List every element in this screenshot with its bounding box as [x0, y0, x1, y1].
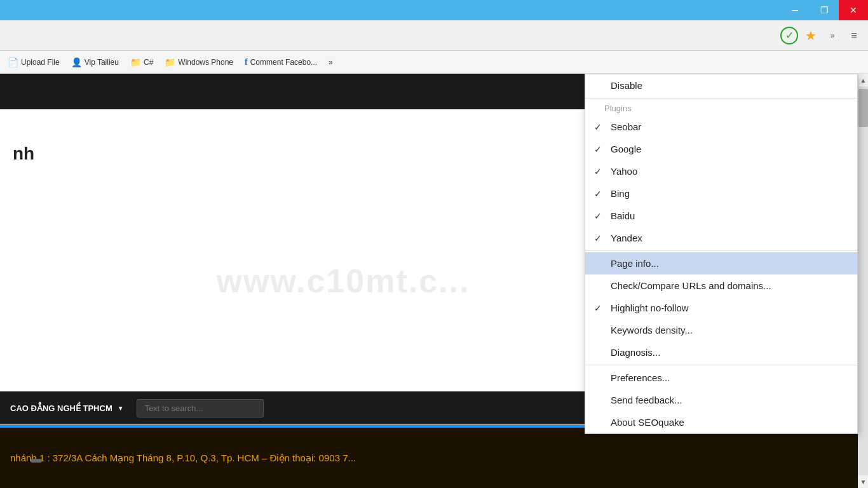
csharp-icon: 📁 — [130, 57, 141, 67]
menu-label-keywords-density: Keywords density... — [611, 325, 693, 336]
extensions-chevron-icon[interactable]: » — [824, 27, 841, 44]
star-icon[interactable]: ★ — [802, 27, 820, 44]
check-yahoo: ✓ — [594, 166, 604, 177]
check-seobar: ✓ — [594, 122, 604, 132]
menu-item-baidu[interactable]: ✓ Baidu — [585, 205, 857, 227]
bookmark-csharp-label: C# — [144, 58, 153, 67]
check-google: ✓ — [594, 144, 604, 154]
menu-label-highlight-nofollow: Highlight no-follow — [611, 302, 689, 313]
context-menu: Disable Plugins ✓ Seobar ✓ Google ✓ Yaho… — [585, 74, 858, 434]
ticker-text: nhánh 1 : 372/3A Cách Mạng Tháng 8, P.10… — [10, 452, 356, 464]
menu-label-yahoo: Yahoo — [611, 166, 637, 177]
menu-label-disable: Disable — [611, 80, 642, 91]
titlebar: ─ ❐ ✕ — [0, 0, 868, 20]
bookmark-upload-file-label: Upload File — [21, 58, 60, 67]
verified-icon: ✓ — [780, 27, 798, 44]
menu-label-preferences: Preferences... — [611, 372, 670, 383]
menu-separator-3 — [585, 365, 857, 365]
menu-label-about-seoquake: About SEOquake — [611, 417, 684, 428]
bookmarks-chevron-icon: » — [329, 58, 333, 67]
bookmark-csharp[interactable]: 📁 C# — [125, 55, 158, 70]
menu-item-about-seoquake[interactable]: About SEOquake — [585, 411, 857, 433]
left-label: nh — [13, 144, 34, 164]
bookmark-comment-facebook-label: Comment Facebo... — [250, 58, 317, 67]
site-watermark: www.c10mt.c... — [217, 262, 470, 300]
upload-file-icon: 📄 — [8, 57, 18, 67]
menu-item-check-compare[interactable]: Check/Compare URLs and domains... — [585, 274, 857, 297]
scroll-track[interactable] — [858, 86, 868, 475]
menu-item-google[interactable]: ✓ Google — [585, 138, 857, 160]
menu-separator-1 — [585, 98, 857, 98]
menu-item-disable[interactable]: Disable — [585, 74, 857, 97]
search-input[interactable] — [137, 399, 264, 417]
menu-label-send-feedback: Send feedback... — [611, 395, 682, 405]
menu-label-diagnosis: Diagnosis... — [611, 347, 660, 358]
menu-label-bing: Bing — [611, 188, 630, 199]
menu-item-highlight-nofollow[interactable]: ✓ Highlight no-follow — [585, 297, 857, 319]
browser-chrome: ✓ ★ » ≡ — [0, 20, 868, 51]
menu-section-plugins: Plugins — [585, 100, 857, 116]
scroll-down-button[interactable]: ▼ — [858, 475, 868, 488]
bookmarks-bar: 📄 Upload File 👤 Vip Tailieu 📁 C# 📁 Windo… — [0, 51, 868, 74]
ticker-decoration — [31, 459, 42, 463]
windows-phone-icon: 📁 — [165, 57, 175, 67]
check-bing: ✓ — [594, 189, 604, 199]
site-brand: CAO ĐẲNG NGHỀ TPHCM — [10, 403, 112, 413]
menu-item-preferences[interactable]: Preferences... — [585, 367, 857, 389]
bookmarks-overflow[interactable]: » — [323, 55, 338, 69]
bookmark-upload-file[interactable]: 📄 Upload File — [3, 55, 65, 70]
restore-button[interactable]: ❐ — [810, 0, 839, 20]
menu-label-baidu: Baidu — [611, 210, 635, 221]
vip-tailieu-icon: 👤 — [71, 57, 82, 67]
menu-item-yandex[interactable]: ✓ Yandex — [585, 227, 857, 249]
nav-dropdown-icon[interactable]: ▼ — [118, 405, 124, 412]
browser-menu-icon[interactable]: ≡ — [845, 27, 863, 44]
menu-separator-2 — [585, 250, 857, 251]
bookmark-comment-facebook[interactable]: f Comment Facebo... — [240, 55, 322, 70]
bookmark-windows-phone[interactable]: 📁 Windows Phone — [159, 55, 238, 70]
menu-item-bing[interactable]: ✓ Bing — [585, 182, 857, 205]
menu-item-seobar[interactable]: ✓ Seobar — [585, 116, 857, 138]
menu-item-keywords-density[interactable]: Keywords density... — [585, 319, 857, 341]
minimize-button[interactable]: ─ — [780, 0, 810, 20]
menu-item-page-info[interactable]: Page info... — [585, 252, 857, 274]
menu-label-google: Google — [611, 144, 641, 154]
menu-label-check-compare: Check/Compare URLs and domains... — [611, 280, 771, 291]
main-content: 𝕋 f g⁺ www.c10mt.c... nh CAO ĐẲNG NGHỀ T… — [0, 74, 868, 488]
menu-item-yahoo[interactable]: ✓ Yahoo — [585, 160, 857, 182]
scroll-up-button[interactable]: ▲ — [858, 74, 868, 86]
menu-item-diagnosis[interactable]: Diagnosis... — [585, 341, 857, 363]
menu-item-send-feedback[interactable]: Send feedback... — [585, 389, 857, 411]
facebook-bookmark-icon: f — [245, 57, 248, 67]
menu-label-seobar: Seobar — [611, 121, 641, 132]
ticker-bar: nhánh 1 : 372/3A Cách Mạng Tháng 8, P.10… — [0, 428, 858, 488]
scroll-thumb[interactable] — [858, 89, 868, 127]
scrollbar[interactable]: ▲ ▼ — [858, 74, 868, 488]
check-highlight-nofollow: ✓ — [594, 303, 604, 313]
check-baidu: ✓ — [594, 211, 604, 221]
menu-label-page-info: Page info... — [611, 258, 659, 269]
check-yandex: ✓ — [594, 233, 604, 243]
close-button[interactable]: ✕ — [839, 0, 868, 20]
menu-label-yandex: Yandex — [611, 233, 642, 243]
bookmark-windows-phone-label: Windows Phone — [178, 58, 233, 67]
bookmark-vip-tailieu[interactable]: 👤 Vip Tailieu — [66, 55, 124, 70]
bookmark-vip-tailieu-label: Vip Tailieu — [85, 58, 119, 67]
